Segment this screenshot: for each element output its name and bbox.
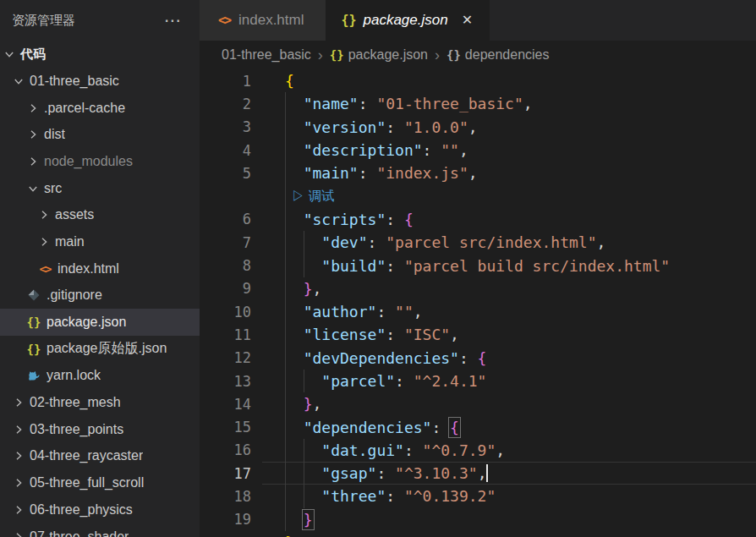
tree-item-main[interactable]: main [0, 228, 200, 255]
json-icon: {} [26, 315, 41, 329]
token-pun: , [523, 95, 533, 112]
chevron-down-icon [26, 182, 40, 195]
tab-index-html[interactable]: <>index.html [200, 0, 326, 41]
breadcrumb-item-package-json[interactable]: {}package.json [330, 47, 428, 63]
chevron-right-icon [12, 503, 25, 517]
line-number: 11 [200, 323, 262, 346]
tree-item-label: 04-three_raycaster [30, 448, 143, 463]
code-line-18[interactable]: 18 "three": "^0.139.2" [200, 485, 756, 507]
token-pun: , [313, 395, 322, 413]
more-actions-icon[interactable]: ⋯ [159, 10, 188, 30]
editor-code-area[interactable]: 1{2 "name": "01-three_basic",3 "version"… [200, 69, 756, 537]
tree-item-src[interactable]: src [0, 175, 200, 202]
token-key: "dependencies" [304, 419, 432, 436]
token-str: "^0.7.9" [423, 441, 496, 459]
tree-item-yarn-lock[interactable]: yarn.lock [0, 363, 200, 390]
token-pun: : [423, 141, 441, 159]
yarn-icon [26, 369, 41, 382]
tree-item-03-three-points[interactable]: 03-three_points [0, 416, 200, 443]
token-b0: { [285, 72, 294, 90]
line-number: 18 [200, 485, 262, 507]
tree-item-package-json[interactable]: {}package.json [0, 309, 200, 336]
code-line-15[interactable]: 15 "dependencies": { [200, 415, 756, 438]
tree-item-node-modules[interactable]: node_modules [0, 148, 200, 175]
tree-item-04-three-raycaster[interactable]: 04-three_raycaster [0, 443, 200, 470]
code-line-19[interactable]: 19 } [200, 508, 756, 531]
tree-item-package-json[interactable]: {}package原始版.json [0, 336, 200, 363]
token-b1m: } [304, 511, 313, 529]
tree-item-parcel-cache[interactable]: .parcel-cache [0, 95, 200, 122]
chevron-right-icon [12, 530, 25, 537]
code-line-14[interactable]: 14 }, [200, 392, 756, 415]
code-line-16[interactable]: 16 "dat.gui": "^0.7.9", [200, 439, 756, 462]
token-pun: , [459, 141, 468, 159]
code-line-10[interactable]: 10 "author": "", [200, 300, 756, 323]
json-icon: {} [330, 48, 344, 62]
code-line-11[interactable]: 11 "license": "ISC", [200, 323, 756, 346]
code-line-5[interactable]: 5 "main": "index.js", [200, 162, 756, 184]
tree-item-label: main [55, 234, 85, 249]
breadcrumb-item-dependencies[interactable]: {}dependencies [446, 47, 550, 63]
breadcrumb-item-01-three-basic[interactable]: 01-three_basic [222, 47, 311, 63]
workspace-section-header[interactable]: 代码 [0, 41, 200, 68]
tree-item-06-three-physics[interactable]: 06-three_physics [0, 496, 200, 523]
tab-package-json[interactable]: {}package.json✕ [326, 0, 490, 41]
token-b0: } [285, 534, 294, 537]
token-pun: : [386, 257, 404, 275]
chevron-right-icon [26, 155, 40, 168]
code-line-6[interactable]: 6 "scripts": { [200, 208, 756, 231]
code-line-7[interactable]: 7 "dev": "parcel src/index.html", [200, 231, 756, 254]
breadcrumb-label: dependencies [465, 47, 550, 62]
line-number: 9 [200, 277, 262, 300]
code-line-13[interactable]: 13 "parcel": "^2.4.1" [200, 370, 756, 392]
token-str: "01-three_basic" [376, 95, 523, 112]
token-pun: , [478, 464, 487, 482]
token-key: "gsap" [321, 464, 376, 482]
token-str: "" [441, 141, 459, 159]
debug-codelens-link[interactable]: ▷ 调试 [285, 188, 335, 205]
token-key: "dev" [321, 233, 367, 251]
code-line-3[interactable]: 3 "version": "1.0.0", [200, 116, 756, 139]
code-line-17[interactable]: 17 "gsap": "^3.10.3", [200, 462, 756, 485]
tree-item-label: 06-three_physics [30, 502, 133, 518]
token-pun: : [359, 164, 377, 182]
breadcrumb: 01-three_basic›{}package.json›{}dependen… [200, 41, 756, 69]
code-line-1[interactable]: 1{ [200, 69, 756, 92]
tree-item-label: node_modules [44, 154, 133, 169]
token-key: "devDependencies" [304, 349, 459, 367]
tree-item-dist[interactable]: dist [0, 121, 200, 148]
code-line-20[interactable]: 20} [200, 531, 756, 537]
token-key: "three" [321, 487, 386, 505]
tree-item-assets[interactable]: assets [0, 201, 200, 228]
tree-item-05-three-full-scroll[interactable]: 05-three_full_scroll [0, 469, 200, 496]
tree-item-07-three-shader[interactable]: 07-three_shader [0, 523, 200, 537]
explorer-title: 资源管理器 [12, 13, 75, 29]
code-line-9[interactable]: 9 }, [200, 277, 756, 300]
tree-item-label: index.html [58, 261, 119, 277]
chevron-right-icon [12, 449, 25, 463]
line-number: 7 [200, 231, 262, 254]
json-icon: {} [26, 342, 41, 356]
token-b1m: { [450, 419, 459, 436]
json-icon: {} [341, 13, 356, 28]
token-pun: : [395, 372, 414, 390]
tree-item-label: 01-three_basic [30, 74, 119, 89]
chevron-right-icon [12, 396, 25, 409]
tree-item-label: package原始版.json [47, 340, 167, 358]
tree-item-index-html[interactable]: <>index.html [0, 255, 200, 282]
code-line-2[interactable]: 2 "name": "01-three_basic", [200, 92, 756, 115]
chevron-down-icon [3, 47, 16, 61]
close-icon[interactable]: ✕ [460, 13, 474, 28]
tree-item-01-three-basic[interactable]: 01-three_basic [0, 68, 200, 95]
chevron-right-icon [37, 208, 51, 222]
token-pun: : [386, 487, 404, 505]
code-line-8[interactable]: 8 "build": "parcel build src/index.html" [200, 254, 756, 277]
token-key: "parcel" [321, 372, 395, 390]
tab-bar: <>index.html{}package.json✕ [200, 0, 756, 41]
code-line-12[interactable]: 12 "devDependencies": { [200, 347, 756, 370]
code-line-4[interactable]: 4 "description": "", [200, 139, 756, 162]
token-pun: , [414, 303, 423, 321]
line-number: 17 [200, 462, 262, 485]
tree-item-gitignore[interactable]: .gitignore [0, 282, 200, 310]
tree-item-02-three-mesh[interactable]: 02-three_mesh [0, 389, 200, 416]
